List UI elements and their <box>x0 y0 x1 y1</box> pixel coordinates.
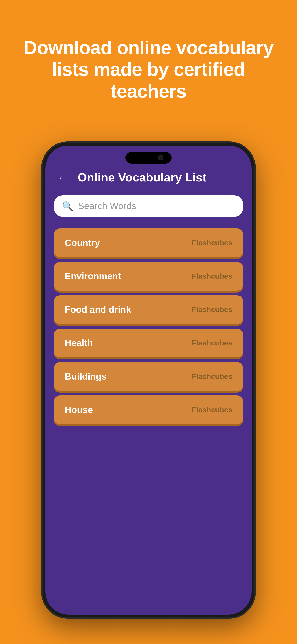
search-container: 🔍 Search Words <box>54 195 243 217</box>
vocab-item-source: Flashcubes <box>192 406 232 414</box>
vocab-item-source: Flashcubes <box>192 238 232 247</box>
search-bar[interactable]: 🔍 Search Words <box>54 195 243 217</box>
vocab-item-source: Flashcubes <box>192 339 232 347</box>
vocab-item-name: Health <box>65 338 93 348</box>
back-button[interactable]: ← <box>57 171 69 183</box>
search-icon: 🔍 <box>62 202 74 211</box>
vocab-item-name: House <box>65 405 93 415</box>
dynamic-island <box>126 152 172 164</box>
vocab-item-name: Buildings <box>65 371 106 382</box>
phone-screen: ← Online Vocabulary List 🔍 Search Words … <box>45 146 252 614</box>
app-title: Online Vocabulary List <box>78 170 206 184</box>
vocab-list: CountryFlashcubesEnvironmentFlashcubesFo… <box>54 228 243 424</box>
vocab-item-source: Flashcubes <box>192 272 232 280</box>
vocab-list-item[interactable]: BuildingsFlashcubes <box>54 362 243 391</box>
vocab-list-item[interactable]: HealthFlashcubes <box>54 329 243 358</box>
vocab-item-name: Country <box>65 238 100 248</box>
phone-mockup: ← Online Vocabulary List 🔍 Search Words … <box>42 143 254 617</box>
vocab-list-item[interactable]: Food and drinkFlashcubes <box>54 295 243 324</box>
vocab-item-name: Food and drink <box>65 304 131 315</box>
vocab-item-source: Flashcubes <box>192 306 232 314</box>
app-header: ← Online Vocabulary List <box>45 170 252 184</box>
search-input-placeholder[interactable]: Search Words <box>78 201 136 211</box>
vocab-item-source: Flashcubes <box>192 372 232 381</box>
phone-shell: ← Online Vocabulary List 🔍 Search Words … <box>42 143 254 617</box>
camera-dot <box>158 155 163 160</box>
vocab-list-item[interactable]: HouseFlashcubes <box>54 396 243 424</box>
vocab-list-item[interactable]: EnvironmentFlashcubes <box>54 262 243 291</box>
vocab-item-name: Environment <box>65 271 121 282</box>
page-headline: Download online vocabulary lists made by… <box>14 37 283 102</box>
vocab-list-item[interactable]: CountryFlashcubes <box>54 228 243 257</box>
